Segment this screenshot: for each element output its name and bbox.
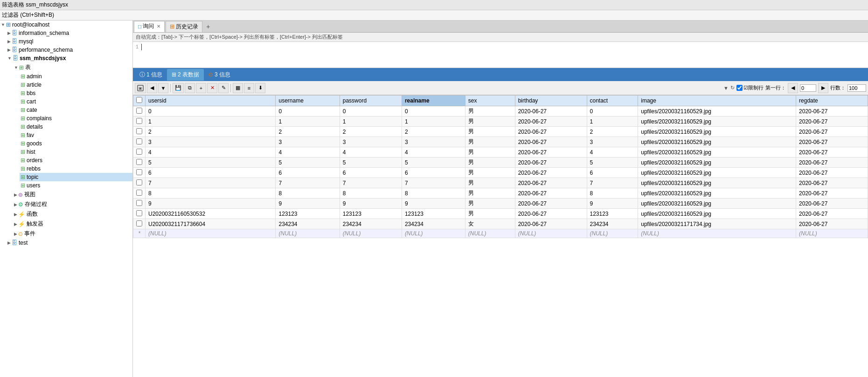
- ssm-db-label[interactable]: ▼ 🗄 ssm_mhscdsjysx: [7, 54, 132, 62]
- cell-birthday[interactable]: 2020-06-27: [515, 178, 587, 188]
- cell-username[interactable]: 8: [276, 188, 340, 199]
- cell-realname[interactable]: 9: [402, 199, 465, 209]
- cell-sex[interactable]: 男: [465, 106, 515, 117]
- cell-image[interactable]: upfiles/20200321160529.jpg: [638, 199, 796, 209]
- cell-birthday[interactable]: 2020-06-27: [515, 137, 587, 147]
- null-cell-password[interactable]: (NULL): [340, 229, 402, 238]
- cell-contact[interactable]: 3: [587, 137, 638, 147]
- cell-sex[interactable]: 男: [465, 188, 515, 199]
- sidebar-item-article[interactable]: ⊞article: [20, 81, 132, 89]
- cell-image[interactable]: upfiles/20200321160529.jpg: [638, 178, 796, 188]
- server-item[interactable]: ▼ ⊞ root@localhost: [0, 21, 132, 29]
- cell-realname[interactable]: 7: [402, 178, 465, 188]
- cell-usersid[interactable]: 0: [146, 106, 276, 117]
- cell-sex[interactable]: 男: [465, 137, 515, 147]
- row-checkbox[interactable]: [136, 149, 142, 155]
- cell-usersid[interactable]: 7: [146, 178, 276, 188]
- cell-contact[interactable]: 234234: [587, 219, 638, 229]
- toolbar-refresh-btn[interactable]: ▣: [135, 83, 146, 93]
- first-row-input[interactable]: [800, 84, 816, 92]
- cell-realname[interactable]: 8: [402, 188, 465, 199]
- sidebar-item-events[interactable]: ▶ ⊙ 事件: [13, 229, 132, 239]
- cell-contact[interactable]: 4: [587, 147, 638, 158]
- cell-regdate[interactable]: 2020-06-27: [796, 137, 868, 147]
- cell-password[interactable]: 234234: [340, 219, 402, 229]
- cell-sex[interactable]: 女: [465, 219, 515, 229]
- sidebar-item-complains[interactable]: ⊞complains: [20, 114, 132, 123]
- row-checkbox[interactable]: [136, 210, 142, 216]
- cell-username[interactable]: 0: [276, 106, 340, 117]
- toolbar-list-btn[interactable]: ≡: [244, 83, 254, 93]
- cell-contact[interactable]: 9: [587, 199, 638, 209]
- tab-add-button[interactable]: +: [203, 22, 213, 31]
- cell-image[interactable]: upfiles/20200321160529.jpg: [638, 168, 796, 178]
- cell-username[interactable]: 1: [276, 117, 340, 127]
- null-cell-realname[interactable]: (NULL): [402, 229, 465, 238]
- cell-realname[interactable]: 1: [402, 117, 465, 127]
- cell-contact[interactable]: 1: [587, 117, 638, 127]
- sidebar-item-topic[interactable]: ⊞topic: [20, 173, 132, 181]
- cell-regdate[interactable]: 2020-06-27: [796, 158, 868, 168]
- cell-birthday[interactable]: 2020-06-27: [515, 199, 587, 209]
- row-checkbox[interactable]: [136, 169, 142, 175]
- row-checkbox[interactable]: [136, 128, 142, 134]
- sidebar-item-orders[interactable]: ⊞orders: [20, 156, 132, 165]
- sidebar-item-hist[interactable]: ⊞hist: [20, 148, 132, 156]
- cell-birthday[interactable]: 2020-06-27: [515, 147, 587, 158]
- cell-birthday[interactable]: 2020-06-27: [515, 158, 587, 168]
- cell-birthday[interactable]: 2020-06-27: [515, 127, 587, 137]
- sidebar-item-test[interactable]: ▶ 🗄 test: [7, 239, 132, 247]
- tab-history[interactable]: ⊞ 历史记录: [166, 21, 202, 32]
- row-checkbox[interactable]: [136, 179, 142, 185]
- cell-birthday[interactable]: 2020-06-27: [515, 219, 587, 229]
- null-cell-contact[interactable]: (NULL): [587, 229, 638, 238]
- cell-regdate[interactable]: 2020-06-27: [796, 188, 868, 199]
- cell-password[interactable]: 4: [340, 147, 402, 158]
- cell-regdate[interactable]: 2020-06-27: [796, 117, 868, 127]
- cell-image[interactable]: upfiles/20200321160529.jpg: [638, 117, 796, 127]
- cell-contact[interactable]: 123123: [587, 209, 638, 219]
- cell-contact[interactable]: 8: [587, 188, 638, 199]
- sidebar-item-information-schema[interactable]: ▶ 🗄 information_schema: [7, 29, 132, 37]
- sidebar-item-goods[interactable]: ⊞goods: [20, 139, 132, 148]
- cell-password[interactable]: 3: [340, 137, 402, 147]
- cell-realname[interactable]: 123123: [402, 209, 465, 219]
- null-cell-usersid[interactable]: (NULL): [146, 229, 276, 238]
- null-cell-username[interactable]: (NULL): [276, 229, 340, 238]
- cell-regdate[interactable]: 2020-06-27: [796, 147, 868, 158]
- cell-username[interactable]: 9: [276, 199, 340, 209]
- cell-usersid[interactable]: U20200321160530532: [146, 209, 276, 219]
- null-cell-image[interactable]: (NULL): [638, 229, 796, 238]
- cell-password[interactable]: 0: [340, 106, 402, 117]
- cell-usersid[interactable]: U20200321171736604: [146, 219, 276, 229]
- null-cell-regdate[interactable]: (NULL): [796, 229, 868, 238]
- cell-password[interactable]: 5: [340, 158, 402, 168]
- cell-regdate[interactable]: 2020-06-27: [796, 168, 868, 178]
- cell-image[interactable]: upfiles/20200321160529.jpg: [638, 137, 796, 147]
- toolbar-grid-btn[interactable]: ▦: [233, 83, 243, 93]
- tab-query[interactable]: □ 询问 ✕: [134, 21, 165, 32]
- sidebar-item-triggers[interactable]: ▶ ⚡ 触发器: [13, 219, 132, 229]
- toolbar-save-btn[interactable]: 💾: [173, 83, 184, 93]
- cell-username[interactable]: 3: [276, 137, 340, 147]
- cell-usersid[interactable]: 3: [146, 137, 276, 147]
- cell-regdate[interactable]: 2020-06-27: [796, 219, 868, 229]
- tables-group-label[interactable]: ▼ ⊞ 表: [13, 62, 132, 72]
- toolbar-dropdown-btn[interactable]: ▼: [158, 83, 168, 93]
- first-row-next[interactable]: ▶: [818, 83, 828, 93]
- cell-image[interactable]: upfiles/20200321160529.jpg: [638, 147, 796, 158]
- cell-realname[interactable]: 2: [402, 127, 465, 137]
- cell-username[interactable]: 123123: [276, 209, 340, 219]
- sidebar-item-details[interactable]: ⊞details: [20, 123, 132, 131]
- cell-birthday[interactable]: 2020-06-27: [515, 188, 587, 199]
- sidebar-item-fav[interactable]: ⊞fav: [20, 131, 132, 139]
- null-cell-birthday[interactable]: (NULL): [515, 229, 587, 238]
- sidebar-item-cart[interactable]: ⊞cart: [20, 97, 132, 106]
- sidebar-item-performance-schema[interactable]: ▶ 🗄 performance_schema: [7, 46, 132, 54]
- sidebar-item-views[interactable]: ▶ ⊚ 视图: [13, 190, 132, 199]
- cell-password[interactable]: 8: [340, 188, 402, 199]
- result-tab-info3[interactable]: ⊙ 3 信息: [204, 69, 235, 81]
- cell-contact[interactable]: 2: [587, 127, 638, 137]
- cell-contact[interactable]: 5: [587, 158, 638, 168]
- cell-username[interactable]: 234234: [276, 219, 340, 229]
